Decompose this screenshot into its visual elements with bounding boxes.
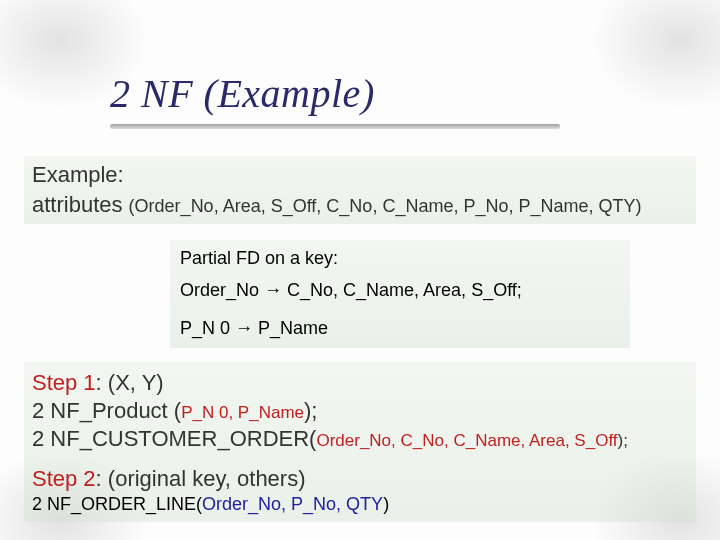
step1-customer-order: 2 NF_CUSTOMER_ORDER(Order_No, C_No, C_Na…: [32, 424, 628, 454]
step2-order-line: 2 NF_ORDER_LINE(Order_No, P_No, QTY): [32, 494, 389, 515]
slide-title: 2 NF (Example): [110, 70, 375, 117]
title-underline: [110, 124, 560, 129]
step1-product: 2 NF_Product (P_N 0, P_Name);: [32, 396, 317, 426]
step1-paren: : (X, Y): [96, 370, 164, 395]
fd1-rhs: C_No, C_Name, Area, S_Off;: [282, 280, 522, 300]
slide: 2 NF (Example) Example: attributes (Orde…: [0, 0, 720, 540]
fd2-rhs: P_Name: [253, 318, 328, 338]
step1-label: Step 1: [32, 370, 96, 395]
step1-heading: Step 1: (X, Y): [32, 368, 164, 398]
line-suffix: ): [383, 494, 389, 514]
fd-line-2: P_N 0 → P_Name: [180, 318, 328, 339]
prod-prefix: 2 NF_Product (: [32, 398, 181, 423]
step2-label: Step 2: [32, 466, 96, 491]
cust-suffix: );: [618, 431, 628, 450]
arrow-icon: →: [235, 318, 253, 338]
example-attributes: attributes (Order_No, Area, S_Off, C_No,…: [32, 190, 641, 220]
line-prefix: 2 NF_ORDER_LINE(: [32, 494, 202, 514]
fd-line-1: Order_No → C_No, C_Name, Area, S_Off;: [180, 280, 522, 301]
decoration-corner-tr: [590, 0, 720, 90]
fd1-lhs: Order_No: [180, 280, 264, 300]
prod-suffix: );: [304, 398, 317, 423]
cust-red: Order_No, C_No, C_Name, Area, S_Off: [316, 431, 617, 450]
line-blue: Order_No, P_No, QTY: [202, 494, 383, 514]
fd2-lhs: P_N 0: [180, 318, 235, 338]
step2-heading: Step 2: (original key, others): [32, 464, 306, 494]
example-label: Example:: [32, 160, 124, 190]
prod-red: P_N 0, P_Name: [181, 403, 304, 422]
attrs-prefix: attributes: [32, 192, 129, 217]
cust-prefix: 2 NF_CUSTOMER_ORDER(: [32, 426, 316, 451]
attrs-list: (Order_No, Area, S_Off, C_No, C_Name, P_…: [129, 196, 642, 216]
arrow-icon: →: [264, 280, 282, 300]
step2-paren: : (original key, others): [96, 466, 306, 491]
fd-header: Partial FD on a key:: [180, 248, 338, 269]
